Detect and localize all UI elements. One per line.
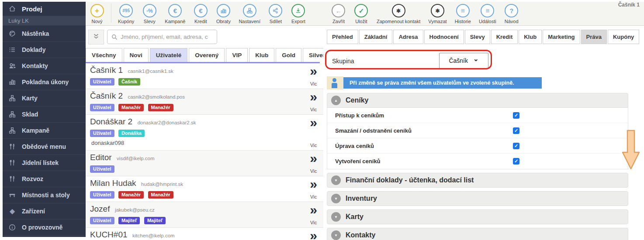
sidebar-item-pokladna-ukony[interactable]: Pokladna úkony (3, 74, 86, 90)
checkbox-checked[interactable] (513, 112, 519, 119)
plus-icon: + (90, 4, 104, 17)
toolbar-button-historie[interactable]: ≡ Historie (451, 2, 475, 24)
tab-adresa[interactable]: Adresa (393, 30, 423, 44)
double-chevron-right-icon (310, 230, 317, 240)
toolbar-button-kupony[interactable]: #95 Kupóny (114, 2, 138, 24)
contact-name: Jozef (90, 204, 110, 213)
accordion-header-kontakty[interactable]: Kontakty (327, 228, 628, 240)
euro-credit-icon: € (194, 4, 208, 17)
sidebar-item-zarizeni[interactable]: ◆ Zařízení (3, 203, 86, 219)
toolbar-button-kredit[interactable]: € Kredit (189, 2, 212, 24)
contact-row-casnik-1[interactable]: Čašník 1 casnik1@casnik1.sk Uživatel Čaš… (86, 63, 323, 89)
info-banner: Při změně se práva změní všem uživatelům… (327, 76, 628, 89)
sidebar-item-sklad[interactable]: Sklad (3, 106, 86, 123)
toolbar-button-zapomenout-kontakt[interactable]: ✱ Zapomenout kontakt (373, 2, 424, 24)
contact-more-button[interactable]: Vic (310, 91, 317, 112)
contact-more-button[interactable]: Vic (310, 204, 317, 225)
sidebar-item-nastenka[interactable]: Nástěnka (3, 26, 86, 42)
sidebar-item-o-provozovne[interactable]: O provozovně (3, 219, 86, 236)
contact-row-milan-hudak[interactable]: Milan Hudak hudak@hmprint.sk Uživatel Ma… (86, 176, 323, 202)
diamond-icon: ◆ (8, 207, 17, 215)
permission-row: Úprava ceníků (327, 138, 628, 154)
tab-klub[interactable]: Klub (519, 30, 542, 44)
toolbar-button-udalosti[interactable]: ≡ Události (475, 2, 500, 24)
tab-prehled[interactable]: Přehled (327, 30, 358, 44)
sidebar-item-jidelni-listek[interactable]: Jídelní lístek (3, 155, 86, 171)
chevron-up-icon (331, 96, 341, 105)
sidebar-item-kampane[interactable]: Kampaně (3, 123, 86, 139)
sidebar-item-mistnosti-a-stoly[interactable]: Místnosti a stoly (3, 187, 86, 203)
toolbar-button-export[interactable]: Export (287, 2, 310, 24)
tab-vip[interactable]: VIP (226, 48, 248, 62)
toolbar-button-navod[interactable]: ? Návod (500, 2, 523, 24)
toolbar-button-obraty[interactable]: Obraty (212, 2, 235, 24)
toolbar-button-nastaveni[interactable]: Nastavení (235, 2, 264, 24)
help-icon: ? (505, 4, 518, 17)
contact-more-button[interactable]: Vic (310, 178, 317, 199)
expand-filters-button[interactable] (88, 30, 104, 45)
search-icon (111, 34, 118, 41)
tab-hodnoceni[interactable]: Hodnocení (424, 30, 464, 44)
search-input[interactable] (121, 34, 213, 40)
sidebar-subitem-luky-lk[interactable]: Luky LK (3, 16, 86, 26)
sidebar-item-doklady[interactable]: Doklady (3, 42, 86, 58)
group-select[interactable]: Čašník (439, 53, 488, 69)
contact-more-button[interactable] (310, 230, 317, 240)
tab-uzivatele[interactable]: Uživatelé (150, 48, 188, 62)
contact-more-button[interactable]: Vic (310, 65, 317, 86)
double-chevron-right-icon (310, 178, 317, 190)
tab-vsechny[interactable]: Všechny (86, 48, 122, 62)
toolbar-button-kampane[interactable]: € Kampaně (161, 2, 189, 24)
toolbar-button-zavrit[interactable]: ← Zavřít (327, 2, 350, 24)
tab-klub[interactable]: Klub (249, 48, 274, 62)
sidebar-item-rozvoz[interactable]: Rozvoz (3, 171, 86, 187)
accordion-header-financni-doklady[interactable]: Finanční doklady - účtenka, dodací list (327, 173, 628, 188)
tab-kredit[interactable]: Kredit (491, 30, 518, 44)
role-badge: Donáška (118, 130, 145, 137)
boxes-icon (8, 110, 17, 118)
contact-detail-panel: Přehled Základní Adresa Hodnocení Slevy … (327, 26, 628, 240)
sidebar-item-kontakty[interactable]: Kontakty (3, 58, 86, 74)
percent-discount-icon: -% (143, 4, 156, 17)
chevron-down-icon (331, 175, 341, 185)
search-box (107, 30, 217, 44)
contact-more-button[interactable]: Vic (310, 153, 317, 174)
sidebar-item-prodej[interactable]: Prodej (3, 2, 86, 16)
role-badge: Uživatel (90, 104, 114, 111)
contact-more-button[interactable]: Vic (310, 117, 317, 148)
tab-silver[interactable]: Silver (303, 48, 323, 62)
tab-marketing[interactable]: Marketing (543, 30, 580, 44)
checkbox-checked[interactable] (513, 158, 519, 165)
group-row: Skupina Čašník (327, 52, 628, 70)
events-lines-icon: ≡ (481, 4, 494, 17)
accordion-header-karty[interactable]: Karty (327, 209, 628, 224)
coupon-number-icon: #95 (119, 4, 133, 17)
tab-slevy[interactable]: Slevy (465, 30, 490, 44)
accordion-header-ceniky[interactable]: Ceníky (327, 93, 628, 108)
accordion-header-inventury[interactable]: Inventury (327, 191, 628, 206)
contact-name: Čašník 1 (90, 65, 123, 75)
tab-kupony[interactable]: Kupóny (608, 30, 639, 44)
tab-gold[interactable]: Gold (276, 48, 301, 62)
toolbar-button-vymazat[interactable]: ✱ Vymazat (424, 2, 450, 24)
contact-row-casnik-2[interactable]: Čašník 2 casnik2@smolkoland.pos Uživatel… (86, 89, 323, 115)
toolbar-button-sdilet[interactable]: Sdílet (264, 2, 287, 24)
section-financni-doklady: Finanční doklady - účtenka, dodací list (327, 173, 628, 188)
contact-row-kuch-01[interactable]: KUCH#01 kitchen@ikelp.com (86, 228, 323, 240)
toolbar-button-slevy[interactable]: -% Slevy (138, 2, 161, 24)
home-icon (8, 5, 17, 13)
tab-novi[interactable]: Novi (124, 48, 149, 62)
sidebar-item-karty[interactable]: Karty (3, 90, 86, 106)
contact-row-editor[interactable]: Editor visdif@ikelp.com Uživatel Vic (86, 151, 323, 176)
contact-row-jozef[interactable]: Jozef jakubek@pseu.cz Uživatel Majiteľ M… (86, 202, 323, 228)
sidebar-item-obedove-menu[interactable]: Obědové menu (3, 139, 86, 155)
tab-prava[interactable]: Práva (581, 30, 607, 44)
tab-zakladni[interactable]: Základní (359, 30, 393, 44)
checkbox-checked[interactable] (513, 143, 519, 149)
toolbar-button-novy[interactable]: + Nový (86, 2, 108, 24)
toolbar: + Nový #95 Kupóny -% Slevy € Kampaně € K… (86, 2, 644, 26)
checkbox-checked[interactable] (513, 127, 519, 134)
tab-overeny[interactable]: Overený (189, 48, 225, 62)
contact-row-donaskar-2[interactable]: Donáškar 2 donaskar2@donaskar2.sk Uživat… (86, 115, 323, 151)
toolbar-button-ulozit[interactable]: ✓ Uložit (350, 2, 373, 24)
